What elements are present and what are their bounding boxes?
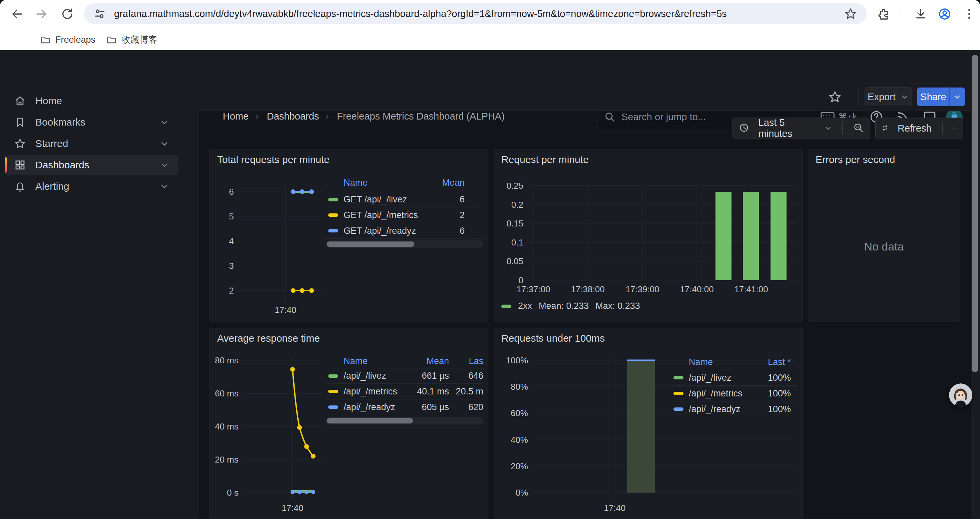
series-name[interactable]: /api/_/readyz bbox=[344, 402, 399, 412]
zoom-out-icon[interactable] bbox=[853, 122, 864, 134]
chevron-down-icon[interactable] bbox=[159, 139, 169, 149]
dashboards-grid-icon bbox=[14, 159, 26, 171]
bookmark-folder-label: Freeleaps bbox=[56, 35, 95, 45]
chevron-down-icon[interactable] bbox=[159, 160, 169, 170]
series-name[interactable]: /api/_/readyz bbox=[689, 404, 751, 414]
panel-errors-per-second: Errors per second No data bbox=[808, 149, 960, 322]
series-name[interactable]: /api/_/livez bbox=[344, 371, 399, 381]
legend-col-name[interactable]: Name bbox=[344, 356, 399, 366]
share-menu-button[interactable] bbox=[949, 88, 965, 106]
series-name[interactable]: /api/_/metrics bbox=[689, 388, 751, 399]
legend-row[interactable]: /api/_/livez 100% bbox=[671, 370, 797, 386]
refresh-label[interactable]: Refresh bbox=[897, 123, 932, 134]
breadcrumb-separator: › bbox=[256, 110, 259, 121]
bookmark-folder-freeleaps[interactable]: Freeleaps bbox=[40, 32, 95, 48]
legend-col-mean[interactable]: Mean bbox=[399, 356, 449, 366]
chart-legend: 2xx Mean: 0.233 Max: 0.233 bbox=[501, 301, 640, 311]
site-settings-icon[interactable] bbox=[94, 7, 106, 20]
series-name[interactable]: /api/_/livez bbox=[689, 373, 751, 383]
legend-row[interactable]: GET /api/_/readyz 6 bbox=[326, 223, 483, 239]
chevron-down-icon[interactable] bbox=[824, 124, 832, 133]
share-button-group: Share bbox=[917, 88, 965, 106]
series-swatch-blue bbox=[673, 407, 684, 411]
sidebar-item-label: Bookmarks bbox=[35, 117, 85, 128]
request-per-minute-chart-area[interactable] bbox=[494, 149, 803, 323]
series-swatch-green bbox=[328, 198, 338, 201]
time-range-label[interactable]: Last 5 minutes bbox=[759, 117, 815, 139]
bookmarks-bar: Freeleaps 收藏博客 bbox=[0, 29, 980, 50]
share-button[interactable]: Share bbox=[917, 88, 949, 106]
page-scrollbar[interactable] bbox=[970, 50, 980, 519]
y-tick: 0.25 bbox=[497, 181, 523, 191]
series-name[interactable]: 2xx bbox=[518, 301, 532, 311]
legend-col-last[interactable]: Last * bbox=[751, 357, 797, 367]
legend-scrollbar[interactable] bbox=[326, 241, 483, 248]
legend-scrollbar[interactable] bbox=[326, 417, 483, 425]
export-label: Export bbox=[868, 91, 896, 102]
sidebar-item-label: Dashboards bbox=[35, 159, 89, 171]
legend-row[interactable]: /api/_/readyz 100% bbox=[671, 401, 797, 417]
legend-row[interactable]: /api/_/livez 661 µs 646 bbox=[326, 368, 483, 384]
series-last: 100% bbox=[751, 404, 797, 414]
series-mean: 6 bbox=[425, 226, 483, 236]
legend-col-mean[interactable]: Mean bbox=[425, 178, 483, 188]
series-name[interactable]: GET /api/_/livez bbox=[344, 194, 425, 205]
series-name[interactable]: GET /api/_/metrics bbox=[344, 210, 425, 220]
legend-col-name[interactable]: Name bbox=[689, 357, 751, 367]
breadcrumb-home[interactable]: Home bbox=[223, 111, 248, 122]
panel-title[interactable]: Errors per second bbox=[816, 154, 895, 165]
reload-icon[interactable] bbox=[61, 7, 74, 21]
legend-col-name[interactable]: Name bbox=[344, 178, 425, 188]
panel-request-per-minute: Request per minute 0.25 0.2 0.15 0.1 0.0… bbox=[494, 149, 803, 322]
url-input[interactable] bbox=[113, 8, 844, 20]
sidebar-item-label: Starred bbox=[35, 138, 68, 149]
y-tick: 40 ms bbox=[211, 422, 239, 432]
chevron-down-icon bbox=[953, 93, 962, 101]
sidebar-item-alerting[interactable]: Alerting bbox=[5, 177, 178, 196]
legend-row[interactable]: /api/_/metrics 40.1 ms 20.5 m bbox=[326, 384, 483, 399]
panel-total-requests: Total requests per minute 6 5 4 3 2 17:4… bbox=[210, 149, 488, 322]
bell-icon bbox=[14, 180, 26, 192]
forward-icon[interactable] bbox=[35, 7, 48, 21]
legend-col-last[interactable]: Las bbox=[455, 356, 483, 366]
series-last: 100% bbox=[751, 388, 797, 399]
profile-icon[interactable] bbox=[938, 7, 951, 21]
chevron-down-icon[interactable] bbox=[952, 124, 957, 133]
bookmark-star-icon[interactable] bbox=[844, 7, 857, 21]
assistant-avatar[interactable] bbox=[949, 383, 972, 407]
series-name[interactable]: /api/_/metrics bbox=[344, 386, 399, 397]
extensions-icon[interactable] bbox=[877, 7, 891, 21]
sidebar-item-starred[interactable]: Starred bbox=[5, 134, 178, 153]
browser-menu-icon[interactable] bbox=[963, 7, 976, 21]
series-name[interactable]: GET /api/_/readyz bbox=[344, 226, 425, 236]
legend-row[interactable]: GET /api/_/livez 6 bbox=[326, 192, 483, 208]
sidebar-item-dashboards[interactable]: Dashboards bbox=[5, 155, 178, 175]
back-icon[interactable] bbox=[11, 7, 24, 21]
x-tick: 17:37:00 bbox=[510, 284, 557, 295]
legend-header: Name Mean bbox=[326, 174, 483, 192]
y-tick: 80% bbox=[498, 382, 528, 392]
y-tick: 0 s bbox=[211, 488, 239, 498]
refresh-icon[interactable] bbox=[881, 123, 888, 134]
legend-row[interactable]: /api/_/readyz 605 µs 620 bbox=[326, 399, 483, 415]
downloads-icon[interactable] bbox=[914, 7, 927, 21]
y-tick: 0.1 bbox=[497, 238, 523, 248]
panel-avg-response-time: Average response time 80 ms 60 ms 40 ms … bbox=[210, 327, 488, 519]
x-tick: 17:40:00 bbox=[673, 284, 720, 295]
no-data-message: No data bbox=[808, 240, 960, 253]
y-tick: 6 bbox=[214, 187, 234, 197]
bookmark-folder-blogs[interactable]: 收藏博客 bbox=[106, 32, 158, 48]
chevron-down-icon[interactable] bbox=[159, 117, 169, 127]
chevron-down-icon[interactable] bbox=[159, 181, 169, 192]
sidebar-item-bookmarks[interactable]: Bookmarks bbox=[5, 113, 178, 132]
legend-table: Name Last * /api/_/livez 100% /api/_/met… bbox=[671, 355, 797, 417]
breadcrumb-dashboards[interactable]: Dashboards bbox=[267, 111, 319, 122]
series-max: Max: 0.233 bbox=[595, 301, 640, 311]
url-bar[interactable] bbox=[84, 3, 867, 24]
export-button[interactable]: Export bbox=[865, 88, 912, 106]
legend-row[interactable]: /api/_/metrics 100% bbox=[671, 386, 797, 401]
legend-row[interactable]: GET /api/_/metrics 2 bbox=[326, 208, 483, 223]
sidebar-item-home[interactable]: Home bbox=[5, 91, 178, 110]
favorite-star-icon[interactable] bbox=[828, 90, 842, 104]
scrollbar-thumb[interactable] bbox=[972, 55, 978, 372]
